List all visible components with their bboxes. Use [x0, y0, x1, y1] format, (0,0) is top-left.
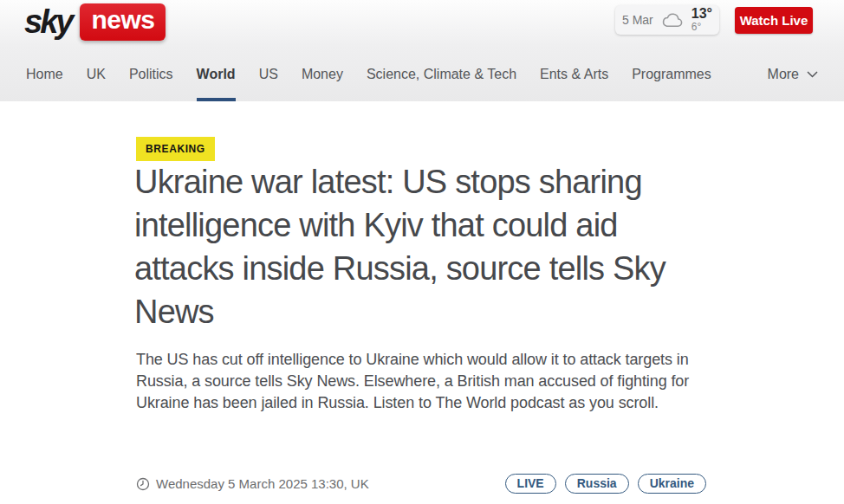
- breaking-badge: BREAKING: [136, 137, 215, 161]
- nav-item-world[interactable]: World: [197, 48, 236, 101]
- nav-item-science-climate-tech[interactable]: Science, Climate & Tech: [367, 48, 516, 101]
- site-header: sky news 5 Mar 13° 6° Watch Live HomeUKP…: [0, 0, 844, 101]
- weather-temperatures: 13° 6°: [691, 7, 712, 32]
- article-timestamp-text: Wednesday 5 March 2025 13:30, UK: [156, 476, 369, 491]
- weather-widget[interactable]: 5 Mar 13° 6°: [615, 5, 719, 35]
- weather-temp-low: 6°: [691, 22, 712, 33]
- nav-item-us[interactable]: US: [259, 48, 278, 101]
- weather-date: 5 Mar: [622, 13, 653, 27]
- article-main: BREAKING Ukraine war latest: US stops sh…: [0, 101, 844, 504]
- chevron-down-icon: [807, 71, 818, 78]
- cloud-icon: [660, 12, 685, 28]
- nav-item-money[interactable]: Money: [302, 48, 343, 101]
- sky-logo-text: sky: [24, 3, 80, 41]
- nav-item-ents-arts[interactable]: Ents & Arts: [540, 48, 608, 101]
- news-logo-badge: news: [80, 3, 166, 41]
- clock-icon: [136, 477, 150, 491]
- tag-list: LIVERussiaUkraine: [505, 474, 706, 494]
- tag-russia[interactable]: Russia: [565, 474, 629, 494]
- nav-item-home[interactable]: Home: [26, 48, 63, 101]
- nav-more-menu[interactable]: More: [768, 48, 818, 101]
- tag-ukraine[interactable]: Ukraine: [638, 474, 706, 494]
- sky-news-logo[interactable]: sky news: [24, 3, 166, 41]
- nav-item-programmes[interactable]: Programmes: [632, 48, 711, 101]
- watch-live-button[interactable]: Watch Live: [735, 7, 813, 34]
- weather-temp-high: 13°: [691, 7, 712, 22]
- primary-nav: HomeUKPoliticsWorldUSMoneyScience, Clima…: [0, 48, 844, 101]
- tag-live[interactable]: LIVE: [505, 474, 556, 494]
- article-standfirst: The US has cut off intelligence to Ukrai…: [136, 349, 708, 414]
- nav-item-uk[interactable]: UK: [87, 48, 106, 101]
- article-headline: Ukraine war latest: US stops sharing int…: [134, 160, 724, 333]
- primary-nav-list: HomeUKPoliticsWorldUSMoneyScience, Clima…: [26, 48, 735, 101]
- article-meta-row: Wednesday 5 March 2025 13:30, UK LIVERus…: [136, 474, 706, 494]
- nav-item-politics[interactable]: Politics: [129, 48, 173, 101]
- article-timestamp: Wednesday 5 March 2025 13:30, UK: [136, 476, 369, 491]
- nav-more-label: More: [768, 67, 799, 82]
